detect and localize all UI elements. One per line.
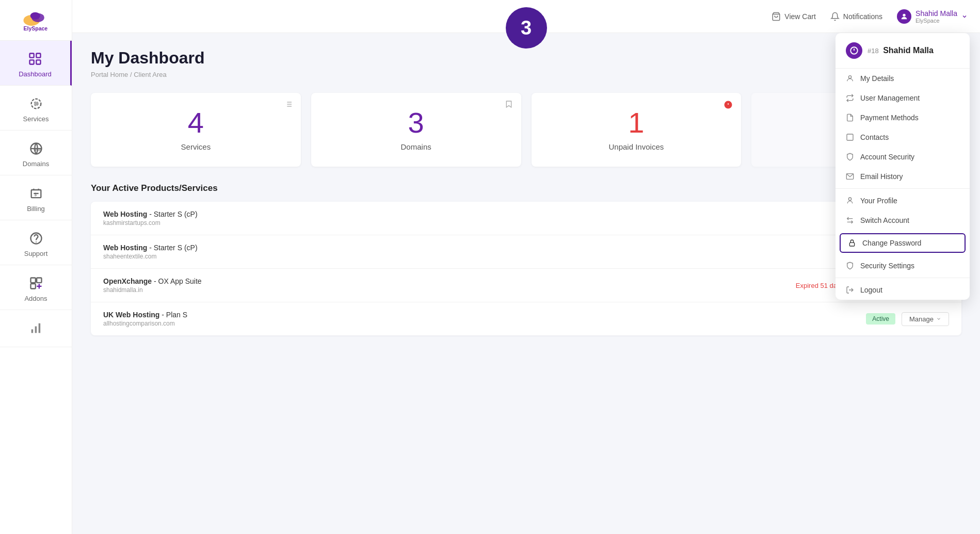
svg-rect-10	[34, 102, 38, 106]
breadcrumb-home[interactable]: Portal Home	[91, 71, 128, 78]
shield-icon	[846, 153, 854, 161]
contacts-icon	[846, 133, 854, 141]
logo[interactable]: ElySpace	[0, 0, 72, 41]
dropdown-item-my-details[interactable]: My Details	[836, 69, 970, 88]
svg-text:www: www	[33, 148, 42, 152]
product-domain: shahidmalla.in	[103, 286, 796, 294]
dropdown-item-switch-account[interactable]: Switch Account	[836, 211, 970, 230]
svg-point-43	[848, 76, 851, 78]
sidebar-item-addons[interactable]: Addons	[0, 265, 72, 310]
services-count: 4	[188, 108, 204, 137]
dropdown-item-account-security[interactable]: Account Security	[836, 147, 970, 167]
svg-rect-44	[847, 134, 853, 140]
dropdown-divider	[836, 278, 970, 278]
view-cart-label: View Cart	[784, 12, 815, 21]
dropdown-item-logout[interactable]: Logout	[836, 280, 970, 300]
product-info: Web Hosting - Starter S (cP) shaheentext…	[103, 244, 866, 260]
svg-rect-26	[38, 323, 40, 333]
dropdown-header: #18 Shahid Malla	[836, 33, 970, 69]
svg-rect-47	[849, 242, 854, 246]
svg-text:ElySpace: ElySpace	[23, 25, 47, 31]
sidebar-label-addons: Addons	[24, 295, 47, 302]
dropdown-item-contacts[interactable]: Contacts	[836, 127, 970, 147]
product-row: Web Hosting - Starter S (cP) kashmirstar…	[91, 202, 961, 235]
sidebar-item-support[interactable]: Support	[0, 220, 72, 265]
product-domain: kashmirstartups.com	[103, 219, 949, 226]
sidebar-item-stats[interactable]	[0, 310, 72, 347]
product-row: OpenXchange - OX App Suite shahidmalla.i…	[91, 269, 961, 302]
sidebar-label-dashboard: Dashboard	[19, 70, 52, 78]
dropdown-item-email-history[interactable]: Email History	[836, 167, 970, 186]
stat-card-invoices[interactable]: 1 Unpaid Invoices	[532, 93, 742, 167]
view-cart-button[interactable]: View Cart	[772, 12, 815, 21]
person-icon	[846, 197, 854, 205]
svg-point-2	[30, 12, 40, 20]
manage-button[interactable]: Manage	[902, 312, 949, 326]
domains-icon: www	[27, 140, 45, 157]
domains-count: 3	[408, 108, 424, 137]
dropdown-item-payment-methods[interactable]: Payment Methods	[836, 108, 970, 127]
sidebar-item-dashboard[interactable]: Dashboard	[0, 41, 72, 86]
user-menu-button[interactable]: Shahid Malla ElySpace	[897, 9, 968, 24]
breadcrumb-sep: /	[130, 71, 132, 78]
user-name: Shahid Malla	[915, 9, 957, 18]
svg-rect-24	[31, 329, 33, 333]
stat-card-services[interactable]: 4 Services	[91, 93, 301, 167]
svg-marker-35	[506, 101, 511, 107]
file-icon	[846, 114, 854, 122]
active-products-title: Your Active Products/Services	[91, 183, 961, 193]
user-info: Shahid Malla ElySpace	[915, 9, 957, 24]
chevron-down-icon	[936, 316, 941, 321]
billing-icon: $	[27, 185, 45, 202]
svg-rect-7	[36, 60, 40, 64]
services-icon	[27, 95, 45, 112]
user-sub: ElySpace	[915, 18, 957, 24]
bell-icon	[830, 12, 840, 21]
product-info: UK Web Hosting - Plan S allhostingcompar…	[103, 311, 866, 327]
sidebar: ElySpace Dashboard Services	[0, 0, 72, 534]
sidebar-label-domains: Domains	[23, 160, 49, 168]
logout-icon	[846, 286, 854, 294]
dropdown-item-change-password[interactable]: Change Password	[840, 233, 966, 253]
product-name: OpenXchange - OX App Suite	[103, 277, 796, 285]
product-actions: Active Manage	[866, 312, 949, 326]
sidebar-label-services: Services	[23, 115, 49, 123]
card-bookmark-icon	[505, 100, 513, 110]
breadcrumb: Portal Home / Client Area	[91, 71, 961, 78]
switch-icon	[846, 216, 854, 224]
dropdown-item-user-management[interactable]: User Management	[836, 88, 970, 108]
user-avatar	[897, 9, 911, 24]
product-info: Web Hosting - Starter S (cP) kashmirstar…	[103, 210, 949, 226]
breadcrumb-current: Client Area	[134, 71, 167, 78]
svg-rect-6	[30, 60, 34, 64]
sidebar-item-domains[interactable]: www Domains	[0, 131, 72, 175]
dropdown-item-security-settings[interactable]: Security Settings	[836, 256, 970, 276]
stat-card-domains[interactable]: 3 Domains	[311, 93, 521, 167]
support-icon	[27, 230, 45, 247]
product-name: Web Hosting - Starter S (cP)	[103, 210, 949, 218]
svg-rect-19	[30, 278, 35, 283]
product-name: UK Web Hosting - Plan S	[103, 311, 866, 319]
svg-rect-4	[30, 54, 34, 58]
notification-badge: 3	[506, 7, 547, 48]
sidebar-item-services[interactable]: Services	[0, 86, 72, 131]
card-list-icon	[284, 100, 293, 110]
arrows-icon	[846, 94, 854, 102]
shield2-icon	[846, 262, 854, 270]
dropdown-item-your-profile[interactable]: Your Profile	[836, 191, 970, 211]
product-row: UK Web Hosting - Plan S allhostingcompar…	[91, 302, 961, 335]
products-table: Web Hosting - Starter S (cP) kashmirstar…	[91, 202, 961, 335]
dropdown-user-name: #18 Shahid Malla	[867, 46, 934, 55]
notifications-label: Notifications	[843, 12, 882, 21]
dashboard-icon	[26, 50, 44, 68]
user-icon	[846, 74, 854, 83]
svg-rect-20	[37, 278, 41, 283]
chevron-down-icon	[961, 13, 968, 20]
notifications-button[interactable]: Notifications	[830, 12, 882, 21]
stats-icon	[27, 319, 45, 337]
svg-point-46	[848, 198, 851, 200]
svg-rect-5	[36, 54, 40, 58]
user-dropdown-menu: #18 Shahid Malla My Details User Managem…	[836, 33, 970, 300]
sidebar-item-billing[interactable]: $ Billing	[0, 175, 72, 220]
product-row: Web Hosting - Starter S (cP) shaheentext…	[91, 235, 961, 269]
